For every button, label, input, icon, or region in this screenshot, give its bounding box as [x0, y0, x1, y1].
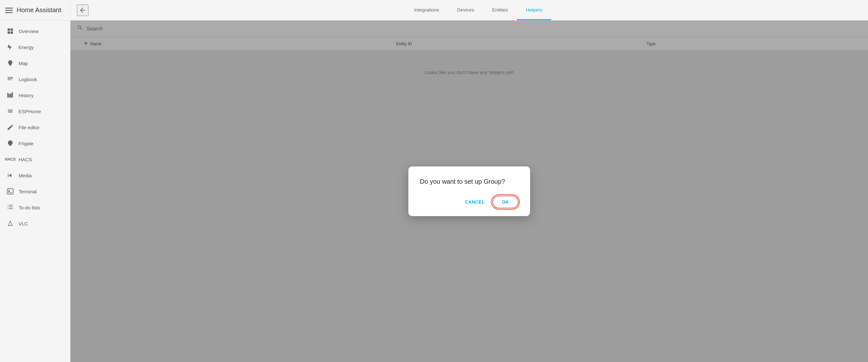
- sidebar-item-label: Frigate: [19, 141, 34, 146]
- modal-overlay: Do you want to set up Group? CANCEL OK: [70, 21, 868, 362]
- main-content: Integrations Devices Entities Helpers Na…: [70, 0, 868, 362]
- dialog-title: Do you want to set up Group?: [420, 178, 519, 185]
- svg-rect-0: [5, 8, 13, 9]
- sidebar-item-energy[interactable]: Energy: [0, 39, 70, 55]
- sidebar-item-label: Energy: [19, 45, 34, 50]
- sidebar-item-esphome[interactable]: ESPHome: [0, 103, 70, 119]
- content-area: Name Entity ID Type Looks like you don't…: [70, 21, 868, 362]
- sidebar-item-label: File editor: [19, 125, 40, 130]
- logbook-icon: [6, 75, 14, 83]
- tab-helpers[interactable]: Helpers: [517, 0, 552, 20]
- sidebar-item-overview[interactable]: Overview: [0, 23, 70, 39]
- sidebar-item-label: VLC: [19, 221, 28, 226]
- sidebar-item-label: Logbook: [19, 77, 37, 82]
- energy-icon: [6, 43, 14, 51]
- svg-rect-1: [5, 10, 13, 11]
- sidebar-item-label: Overview: [19, 29, 39, 34]
- sidebar-item-terminal[interactable]: Terminal: [0, 184, 70, 199]
- frigate-icon: [6, 139, 14, 147]
- sidebar-item-map[interactable]: Map: [0, 55, 70, 71]
- svg-rect-6: [10, 94, 11, 98]
- tab-devices[interactable]: Devices: [448, 0, 483, 20]
- sidebar-item-file-editor[interactable]: File editor: [0, 119, 70, 135]
- sidebar-item-vlc[interactable]: VLC: [0, 216, 70, 231]
- file-editor-icon: [6, 123, 14, 131]
- sidebar-header: Home Assistant: [0, 0, 70, 21]
- sidebar-item-label: Terminal: [19, 189, 37, 194]
- ok-button[interactable]: OK: [492, 196, 519, 208]
- topbar: Integrations Devices Entities Helpers: [70, 0, 868, 21]
- media-icon: [6, 171, 14, 179]
- vlc-icon: [6, 220, 14, 227]
- svg-rect-2: [5, 12, 13, 13]
- sidebar-item-label: ESPHome: [19, 109, 41, 114]
- sidebar-item-hacs[interactable]: HACS HACS: [0, 151, 70, 167]
- terminal-icon: [6, 188, 14, 195]
- dialog: Do you want to set up Group? CANCEL OK: [408, 166, 530, 216]
- svg-rect-7: [12, 92, 13, 98]
- sidebar-item-label: To-do lists: [19, 205, 40, 210]
- sidebar-item-media[interactable]: Media: [0, 167, 70, 184]
- hacs-icon: HACS: [6, 156, 14, 163]
- sidebar-item-todo-lists[interactable]: To-do lists: [0, 199, 70, 216]
- back-button[interactable]: [77, 4, 88, 16]
- cancel-button[interactable]: CANCEL: [460, 196, 490, 208]
- sidebar-item-history[interactable]: History: [0, 87, 70, 103]
- svg-rect-4: [7, 93, 9, 98]
- svg-rect-8: [7, 189, 13, 194]
- menu-icon[interactable]: [5, 6, 13, 14]
- app-title: Home Assistant: [17, 6, 61, 14]
- topbar-tabs: Integrations Devices Entities Helpers: [95, 0, 862, 20]
- todo-icon: [6, 204, 14, 211]
- sidebar-item-label: Map: [19, 61, 28, 66]
- esphome-icon: [6, 107, 14, 115]
- sidebar-item-logbook[interactable]: Logbook: [0, 71, 70, 87]
- sidebar-item-label: HACS: [19, 157, 32, 162]
- history-icon: [6, 91, 14, 99]
- sidebar-item-label: History: [19, 93, 34, 98]
- sidebar-item-label: Media: [19, 173, 32, 178]
- dialog-actions: CANCEL OK: [420, 196, 519, 208]
- tab-integrations[interactable]: Integrations: [405, 0, 448, 20]
- overview-icon: [6, 27, 14, 35]
- map-icon: [6, 59, 14, 67]
- tab-entities[interactable]: Entities: [483, 0, 517, 20]
- svg-rect-5: [9, 94, 10, 98]
- sidebar: Home Assistant Overview Energy Map Logb: [0, 0, 70, 362]
- sidebar-item-frigate[interactable]: Frigate: [0, 135, 70, 151]
- sidebar-nav: Overview Energy Map Logbook History: [0, 21, 70, 362]
